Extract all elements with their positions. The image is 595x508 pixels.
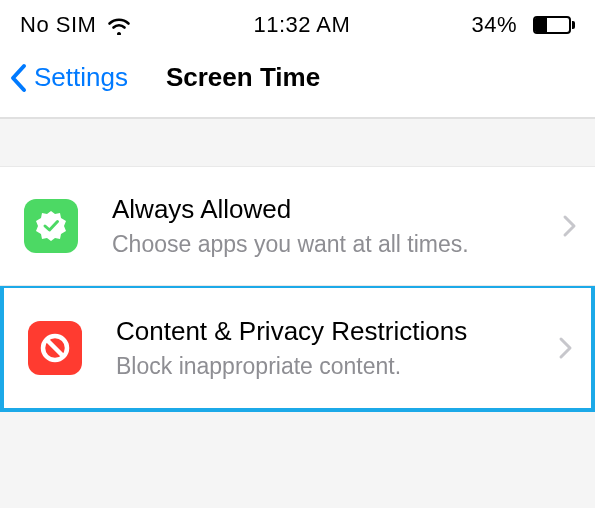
- content-privacy-restriction-icon: [28, 321, 82, 375]
- svg-line-2: [47, 340, 63, 356]
- settings-list: Always Allowed Choose apps you want at a…: [0, 166, 595, 412]
- chevron-right-icon: [549, 336, 581, 360]
- battery-percent: 34%: [471, 12, 517, 38]
- row-content-privacy[interactable]: Content & Privacy Restrictions Block ina…: [4, 288, 591, 408]
- row-title: Content & Privacy Restrictions: [116, 315, 549, 348]
- row-title: Always Allowed: [112, 193, 553, 226]
- status-bar-right: 34%: [471, 12, 575, 38]
- chevron-left-icon: [8, 63, 30, 93]
- battery-fill: [535, 18, 547, 32]
- back-button[interactable]: Settings: [8, 62, 128, 93]
- status-time: 11:32 AM: [253, 12, 350, 38]
- always-allowed-seal-icon: [24, 199, 78, 253]
- wifi-icon: [106, 15, 132, 35]
- row-always-allowed[interactable]: Always Allowed Choose apps you want at a…: [0, 166, 595, 286]
- back-button-label: Settings: [34, 62, 128, 93]
- status-bar-left: No SIM: [20, 12, 132, 38]
- page-title: Screen Time: [166, 62, 320, 93]
- sim-status: No SIM: [20, 12, 96, 38]
- status-bar: No SIM 11:32 AM 34%: [0, 0, 595, 46]
- chevron-right-icon: [553, 214, 585, 238]
- row-subtitle: Block inappropriate content.: [116, 352, 549, 381]
- svg-marker-0: [36, 211, 66, 241]
- navigation-bar: Settings Screen Time: [0, 46, 595, 119]
- row-subtitle: Choose apps you want at all times.: [112, 230, 553, 259]
- battery-icon: [527, 16, 575, 34]
- highlight-content-privacy: Content & Privacy Restrictions Block ina…: [0, 285, 595, 412]
